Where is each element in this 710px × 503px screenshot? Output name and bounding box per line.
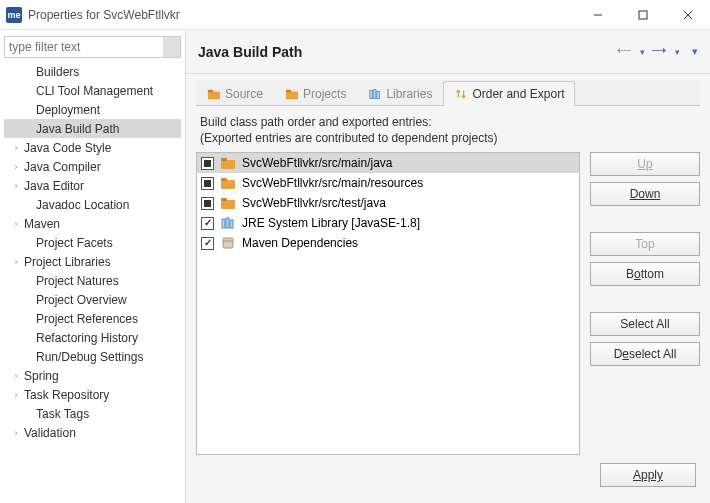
folder-icon [207,87,221,101]
apply-button[interactable]: Apply [600,463,696,487]
deselect-all-button[interactable]: Deselect All [590,342,700,366]
checkbox[interactable] [201,157,214,170]
expand-icon: › [10,219,22,229]
tree-item-label: Refactoring History [34,331,138,345]
tree-item[interactable]: Java Build Path [4,119,181,138]
tree-item[interactable]: ›Spring [4,366,181,385]
category-tree[interactable]: BuildersCLI Tool ManagementDeploymentJav… [4,62,181,497]
desc-line1: Build class path order and exported entr… [200,114,696,130]
svg-rect-6 [286,91,298,99]
tree-item[interactable]: ›Project Libraries [4,252,181,271]
tree-item[interactable]: Run/Debug Settings [4,347,181,366]
window-title: Properties for SvcWebFtllvkr [28,8,575,22]
bottom-button[interactable]: Bottom [590,262,700,286]
tree-item[interactable]: CLI Tool Management [4,81,181,100]
svg-rect-15 [221,178,227,181]
expand-icon: › [10,143,22,153]
tree-item[interactable]: ›Validation [4,423,181,442]
tree-item[interactable]: ›Maven [4,214,181,233]
page-title: Java Build Path [198,44,614,60]
svg-rect-13 [225,162,231,167]
checkbox[interactable] [201,237,214,250]
up-button[interactable]: Up [590,152,700,176]
tree-item-label: Deployment [34,103,100,117]
svg-rect-20 [222,219,225,228]
list-item[interactable]: JRE System Library [JavaSE-1.8] [197,213,579,233]
tree-item[interactable]: ›Java Compiler [4,157,181,176]
tree-item-label: Project Facets [34,236,113,250]
select-all-button[interactable]: Select All [590,312,700,336]
expand-icon: › [10,162,22,172]
right-pane: Java Build Path ⭠ ▾ ⭢ ▾ ▾ SourceProjects… [186,30,710,503]
checkbox[interactable] [201,177,214,190]
tree-item[interactable]: ›Java Code Style [4,138,181,157]
tab-label: Source [225,87,263,101]
nav-back-button[interactable]: ⭠ [614,43,634,61]
title-bar: me Properties for SvcWebFtllvkr [0,0,710,30]
tree-item[interactable]: Refactoring History [4,328,181,347]
tree-item[interactable]: Deployment [4,100,181,119]
minimize-button[interactable] [575,0,620,29]
library-icon [368,87,382,101]
tree-item[interactable]: ›Java Editor [4,176,181,195]
svg-rect-8 [370,91,373,99]
tree-item[interactable]: ›Task Repository [4,385,181,404]
order-list[interactable]: SvcWebFtllvkr/src/main/javaSvcWebFtllvkr… [196,152,580,455]
clear-filter-button[interactable] [163,37,180,57]
tree-item-label: Project Natures [34,274,119,288]
tree-item-label: Spring [22,369,59,383]
jar-icon [220,236,236,250]
tree-item-label: Project Overview [34,293,127,307]
tab-label: Libraries [386,87,432,101]
tree-item-label: Java Compiler [22,160,101,174]
down-button[interactable]: Down [590,182,700,206]
svg-rect-21 [226,218,229,228]
tree-item[interactable]: Task Tags [4,404,181,423]
expand-icon: › [10,390,22,400]
tree-item-label: Task Tags [34,407,89,421]
tree-item[interactable]: Builders [4,62,181,81]
svg-rect-22 [230,220,233,228]
left-pane: BuildersCLI Tool ManagementDeploymentJav… [0,30,186,503]
tree-item-label: Java Code Style [22,141,111,155]
list-item[interactable]: SvcWebFtllvkr/src/main/resources [197,173,579,193]
entry-label: SvcWebFtllvkr/src/main/resources [242,176,423,190]
tree-item-label: Java Editor [22,179,84,193]
tab-source[interactable]: Source [196,81,274,106]
tree-item-label: Java Build Path [34,122,119,136]
tree-item[interactable]: Project Natures [4,271,181,290]
svg-rect-23 [223,238,233,248]
tree-item[interactable]: Project Overview [4,290,181,309]
nav-forward-menu[interactable]: ▾ [675,47,680,57]
nav-forward-button[interactable]: ⭢ [649,43,669,61]
filter-box [4,36,181,58]
list-item[interactable]: Maven Dependencies [197,233,579,253]
tree-item-label: Javadoc Location [34,198,129,212]
top-button[interactable]: Top [590,232,700,256]
tab-projects[interactable]: Projects [274,81,357,106]
tree-item-label: Run/Debug Settings [34,350,143,364]
checkbox[interactable] [201,217,214,230]
tree-item[interactable]: Project Facets [4,233,181,252]
svg-rect-10 [377,91,380,98]
filter-input[interactable] [5,40,163,54]
tab-label: Order and Export [472,87,564,101]
expand-icon: › [10,371,22,381]
view-menu-button[interactable]: ▾ [692,45,698,58]
entry-label: Maven Dependencies [242,236,358,250]
tab-bar: SourceProjectsLibrariesOrder and Export [196,80,700,106]
tree-item[interactable]: Javadoc Location [4,195,181,214]
tab-label: Projects [303,87,346,101]
maximize-button[interactable] [620,0,665,29]
checkbox[interactable] [201,197,214,210]
list-item[interactable]: SvcWebFtllvkr/src/test/java [197,193,579,213]
description: Build class path order and exported entr… [200,114,696,146]
close-button[interactable] [665,0,710,29]
list-item[interactable]: SvcWebFtllvkr/src/main/java [197,153,579,173]
tree-item-label: Task Repository [22,388,109,402]
tab-libraries[interactable]: Libraries [357,81,443,106]
tree-item[interactable]: Project References [4,309,181,328]
tab-order-and-export[interactable]: Order and Export [443,81,575,106]
entry-label: SvcWebFtllvkr/src/main/java [242,156,392,170]
nav-back-menu[interactable]: ▾ [640,47,645,57]
